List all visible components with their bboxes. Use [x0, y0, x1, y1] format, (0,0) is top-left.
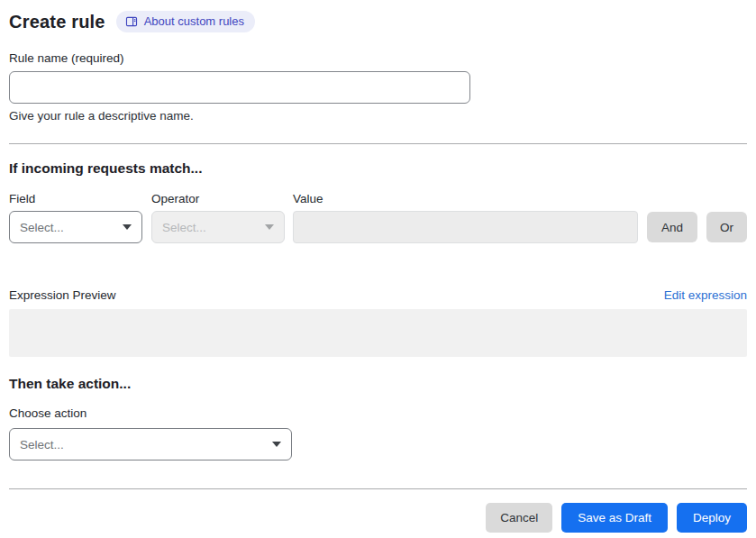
field-select[interactable]: Select...: [9, 211, 142, 243]
choose-action-label: Choose action: [9, 406, 747, 420]
deploy-button[interactable]: Deploy: [677, 503, 747, 533]
page-title: Create rule: [9, 12, 105, 32]
header: Create rule About custom rules: [9, 11, 747, 32]
about-custom-rules-badge[interactable]: About custom rules: [116, 11, 255, 32]
footer-divider: [9, 488, 747, 489]
book-icon: [125, 15, 138, 28]
rule-name-input[interactable]: [9, 71, 470, 104]
operator-select: Select...: [151, 211, 285, 243]
and-button[interactable]: And: [647, 212, 697, 242]
action-select[interactable]: Select...: [9, 428, 292, 460]
value-input: [293, 211, 638, 243]
rule-name-section: Rule name (required) Give your rule a de…: [9, 51, 747, 123]
rule-name-help: Give your rule a descriptive name.: [9, 109, 747, 123]
or-button[interactable]: Or: [706, 212, 747, 242]
save-as-draft-button[interactable]: Save as Draft: [561, 503, 668, 533]
footer-actions: Cancel Save as Draft Deploy: [9, 503, 747, 533]
cancel-button[interactable]: Cancel: [486, 503, 552, 533]
action-section-heading: Then take action...: [9, 376, 747, 392]
edit-expression-link[interactable]: Edit expression: [664, 288, 747, 302]
expression-preview-box: [9, 309, 747, 357]
field-label: Field: [9, 192, 151, 205]
chevron-down-icon: [265, 224, 274, 230]
field-select-value: Select...: [20, 221, 64, 234]
match-section-heading: If incoming requests match...: [9, 160, 747, 177]
expression-row: Expression Preview Edit expression: [9, 288, 747, 302]
create-rule-form: Create rule About custom rules Rule name…: [0, 0, 756, 533]
section-divider: [9, 143, 747, 144]
rule-name-label: Rule name (required): [9, 51, 747, 65]
value-label: Value: [293, 192, 747, 205]
chevron-down-icon: [272, 442, 281, 447]
about-badge-label: About custom rules: [144, 14, 244, 28]
match-labels-row: Field Operator Value: [9, 192, 747, 205]
expression-preview-label: Expression Preview: [9, 288, 116, 302]
operator-label: Operator: [151, 192, 293, 205]
match-controls-row: Select... Select... And Or: [9, 211, 747, 243]
chevron-down-icon: [123, 224, 132, 230]
operator-select-value: Select...: [162, 221, 206, 234]
action-select-value: Select...: [20, 438, 64, 451]
